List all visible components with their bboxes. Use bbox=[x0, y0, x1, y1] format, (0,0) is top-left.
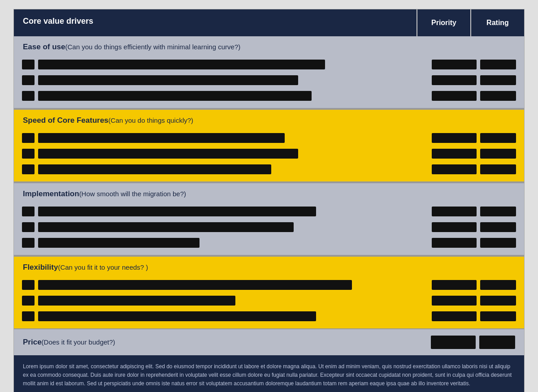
rating-box bbox=[480, 91, 516, 101]
priority-box bbox=[432, 149, 477, 159]
section-ease-of-use: Ease of use(Can you do things efficientl… bbox=[14, 36, 524, 110]
sections-container: Ease of use(Can you do things efficientl… bbox=[14, 36, 524, 328]
price-rating-box bbox=[479, 336, 515, 349]
priority-box bbox=[432, 280, 477, 290]
header-rating-col: Rating bbox=[470, 9, 524, 36]
row-text bbox=[38, 296, 235, 306]
price-label: Price(Does it fit your budget?) bbox=[23, 338, 115, 347]
header-row: Core value drivers Priority Rating bbox=[14, 9, 524, 36]
priority-box bbox=[432, 133, 477, 143]
row-text bbox=[38, 222, 294, 232]
section-title-normal-implementation: (How smooth will the migration be?) bbox=[79, 190, 186, 198]
row-item bbox=[17, 73, 521, 87]
priority-box bbox=[432, 75, 477, 85]
rating-box bbox=[480, 149, 516, 159]
row-item bbox=[17, 220, 521, 234]
priority-box bbox=[432, 91, 477, 101]
rating-box bbox=[480, 296, 516, 306]
price-priority-box bbox=[431, 336, 476, 349]
row-item bbox=[17, 89, 521, 103]
rating-box bbox=[480, 280, 516, 290]
row-right bbox=[432, 296, 516, 306]
row-right bbox=[432, 91, 516, 101]
header-title: Core value drivers bbox=[14, 9, 417, 36]
row-text bbox=[38, 91, 312, 101]
rating-box bbox=[480, 133, 516, 143]
section-header-ease-of-use: Ease of use(Can you do things efficientl… bbox=[14, 36, 524, 56]
section-implementation: Implementation(How smooth will the migra… bbox=[14, 183, 524, 257]
row-right bbox=[432, 238, 516, 248]
row-text bbox=[38, 238, 200, 248]
main-container: Core value drivers Priority Rating Ease … bbox=[13, 9, 525, 392]
rating-box bbox=[480, 311, 516, 321]
row-right bbox=[432, 207, 516, 216]
row-text bbox=[38, 75, 298, 85]
row-item bbox=[17, 146, 521, 161]
rating-box bbox=[480, 164, 516, 174]
row-icon bbox=[22, 311, 35, 321]
section-title-bold-implementation: Implementation bbox=[23, 190, 79, 198]
section-title-bold-ease-of-use: Ease of use bbox=[23, 43, 65, 51]
section-header-flexibility: Flexibility(Can you fit it to your needs… bbox=[14, 257, 524, 276]
footer-content: Lorem ipsum dolor sit amet, consectetur … bbox=[23, 363, 512, 387]
row-text bbox=[38, 207, 316, 216]
rating-box bbox=[480, 207, 516, 216]
section-title-normal-flexibility: (Can you fit it to your needs? ) bbox=[58, 263, 148, 271]
row-item bbox=[17, 131, 521, 145]
row-item bbox=[17, 236, 521, 250]
row-icon bbox=[22, 207, 35, 216]
priority-box bbox=[432, 222, 477, 232]
row-right bbox=[432, 60, 516, 69]
priority-box bbox=[432, 296, 477, 306]
row-right bbox=[432, 222, 516, 232]
row-text bbox=[38, 149, 298, 159]
row-text bbox=[38, 311, 316, 321]
section-flexibility: Flexibility(Can you fit it to your needs… bbox=[14, 257, 524, 328]
row-icon bbox=[22, 280, 35, 290]
priority-box bbox=[432, 311, 477, 321]
row-icon bbox=[22, 296, 35, 306]
row-icon bbox=[22, 75, 35, 85]
row-right bbox=[432, 164, 516, 174]
row-right bbox=[432, 75, 516, 85]
row-item bbox=[17, 309, 521, 323]
rating-box bbox=[480, 222, 516, 232]
price-row: Price(Does it fit your budget?) bbox=[14, 328, 524, 355]
items-container-flexibility bbox=[14, 278, 524, 328]
row-icon bbox=[22, 91, 35, 101]
header-priority-col: Priority bbox=[417, 9, 470, 36]
items-container-ease-of-use bbox=[14, 57, 524, 108]
price-title-bold: Price bbox=[23, 338, 42, 346]
rating-box bbox=[480, 60, 516, 69]
row-text bbox=[38, 133, 285, 143]
rating-box bbox=[480, 75, 516, 85]
row-item bbox=[17, 293, 521, 308]
row-item bbox=[17, 204, 521, 219]
items-container-implementation bbox=[14, 204, 524, 255]
row-item bbox=[17, 57, 521, 72]
row-right bbox=[432, 133, 516, 143]
priority-box bbox=[432, 164, 477, 174]
footer-text: Lorem ipsum dolor sit amet, consectetur … bbox=[14, 355, 524, 392]
row-text bbox=[38, 60, 325, 69]
price-title-normal: (Does it fit your budget?) bbox=[42, 338, 115, 346]
priority-box bbox=[432, 60, 477, 69]
priority-box bbox=[432, 207, 477, 216]
price-right bbox=[431, 336, 515, 349]
row-item bbox=[17, 162, 521, 177]
row-text bbox=[38, 164, 271, 174]
row-icon bbox=[22, 238, 35, 248]
row-item bbox=[17, 278, 521, 292]
row-right bbox=[432, 149, 516, 159]
section-title-bold-speed: Speed of Core Features bbox=[23, 116, 108, 125]
row-icon bbox=[22, 149, 35, 159]
row-text bbox=[38, 280, 352, 290]
section-title-normal-ease-of-use: (Can you do things efficiently with mini… bbox=[65, 43, 241, 51]
rating-box bbox=[480, 238, 516, 248]
row-icon bbox=[22, 222, 35, 232]
items-container-speed bbox=[14, 131, 524, 181]
row-right bbox=[432, 280, 516, 290]
section-title-bold-flexibility: Flexibility bbox=[23, 263, 58, 271]
section-speed: Speed of Core Features(Can you do things… bbox=[14, 110, 524, 183]
section-header-speed: Speed of Core Features(Can you do things… bbox=[14, 110, 524, 129]
